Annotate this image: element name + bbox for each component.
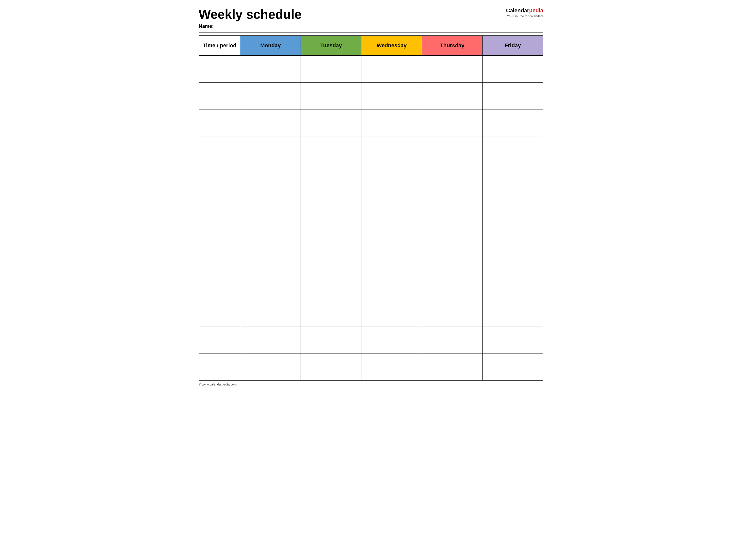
schedule-cell[interactable] [301,218,361,245]
table-row [199,191,543,218]
schedule-cell[interactable] [361,136,422,164]
schedule-cell[interactable] [422,218,482,245]
schedule-cell[interactable] [422,136,482,164]
time-cell[interactable] [199,272,240,299]
schedule-cell[interactable] [240,353,301,380]
schedule-cell[interactable] [422,299,482,326]
schedule-cell[interactable] [240,164,301,191]
table-row [199,110,543,136]
schedule-cell[interactable] [482,299,543,326]
logo-tagline: Your source for calendars [506,14,543,18]
schedule-cell[interactable] [240,245,301,272]
table-row [199,218,543,245]
schedule-cell[interactable] [422,82,482,110]
schedule-cell[interactable] [482,326,543,353]
time-cell[interactable] [199,245,240,272]
table-row [199,82,543,110]
schedule-cell[interactable] [301,164,361,191]
col-header-monday: Monday [240,36,301,55]
logo-calendar: Calendar [506,7,529,13]
table-row [199,353,543,380]
copyright-text: © www.calendarpedia.com [199,383,236,386]
schedule-cell[interactable] [361,55,422,82]
time-cell[interactable] [199,218,240,245]
schedule-cell[interactable] [482,136,543,164]
table-header-row: Time / period Monday Tuesday Wednesday T… [199,36,543,55]
schedule-cell[interactable] [361,326,422,353]
schedule-cell[interactable] [301,299,361,326]
time-cell[interactable] [199,191,240,218]
col-header-tuesday: Tuesday [301,36,361,55]
schedule-cell[interactable] [240,326,301,353]
schedule-cell[interactable] [240,55,301,82]
schedule-cell[interactable] [422,164,482,191]
schedule-body [199,55,543,380]
schedule-cell[interactable] [301,110,361,136]
schedule-cell[interactable] [482,218,543,245]
page-header: Weekly schedule Name: Calendarpedia Your… [199,7,543,29]
schedule-cell[interactable] [361,191,422,218]
schedule-cell[interactable] [301,136,361,164]
title-section: Weekly schedule Name: [199,7,506,29]
schedule-cell[interactable] [422,55,482,82]
page-title: Weekly schedule [199,7,506,21]
schedule-cell[interactable] [361,82,422,110]
col-header-friday: Friday [482,36,543,55]
schedule-cell[interactable] [361,245,422,272]
schedule-cell[interactable] [301,245,361,272]
logo-text: Calendarpedia [506,7,543,14]
table-row [199,55,543,82]
schedule-cell[interactable] [240,218,301,245]
schedule-cell[interactable] [301,272,361,299]
schedule-cell[interactable] [361,110,422,136]
schedule-cell[interactable] [240,82,301,110]
time-cell[interactable] [199,353,240,380]
schedule-cell[interactable] [361,272,422,299]
schedule-cell[interactable] [240,191,301,218]
schedule-cell[interactable] [422,326,482,353]
table-row [199,164,543,191]
schedule-cell[interactable] [240,272,301,299]
schedule-cell[interactable] [422,191,482,218]
schedule-cell[interactable] [240,299,301,326]
header-divider [199,32,543,33]
schedule-cell[interactable] [361,353,422,380]
table-row [199,272,543,299]
time-cell[interactable] [199,82,240,110]
schedule-cell[interactable] [482,164,543,191]
schedule-cell[interactable] [361,164,422,191]
schedule-cell[interactable] [482,82,543,110]
table-row [199,326,543,353]
time-cell[interactable] [199,164,240,191]
time-cell[interactable] [199,299,240,326]
schedule-cell[interactable] [361,218,422,245]
col-header-thursday: Thursday [422,36,482,55]
logo-pedia: pedia [529,7,543,13]
schedule-cell[interactable] [422,353,482,380]
schedule-cell[interactable] [482,353,543,380]
schedule-cell[interactable] [482,245,543,272]
time-cell[interactable] [199,136,240,164]
schedule-cell[interactable] [301,191,361,218]
col-header-time: Time / period [199,36,240,55]
schedule-cell[interactable] [301,326,361,353]
schedule-cell[interactable] [301,82,361,110]
schedule-table: Time / period Monday Tuesday Wednesday T… [199,36,543,381]
schedule-cell[interactable] [361,299,422,326]
schedule-cell[interactable] [422,272,482,299]
schedule-cell[interactable] [422,110,482,136]
time-cell[interactable] [199,110,240,136]
name-label: Name: [199,23,506,29]
schedule-cell[interactable] [482,191,543,218]
schedule-cell[interactable] [301,55,361,82]
schedule-cell[interactable] [301,353,361,380]
time-cell[interactable] [199,326,240,353]
schedule-cell[interactable] [482,55,543,82]
schedule-cell[interactable] [482,110,543,136]
schedule-cell[interactable] [482,272,543,299]
col-header-wednesday: Wednesday [361,36,422,55]
time-cell[interactable] [199,55,240,82]
schedule-cell[interactable] [240,136,301,164]
schedule-cell[interactable] [422,245,482,272]
schedule-cell[interactable] [240,110,301,136]
